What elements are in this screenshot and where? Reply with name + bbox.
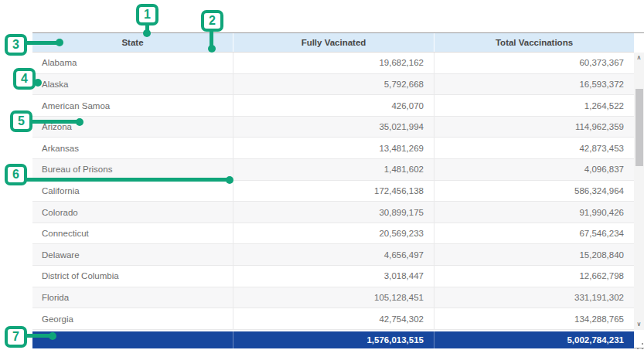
table-header-row: State Fully Vacinated Total Vaccinations (32, 33, 634, 53)
cell-total_vaccinations: 331,191,302 (434, 287, 634, 308)
cell-state: Colorado (32, 202, 233, 223)
cell-state: California (32, 181, 233, 202)
table-row[interactable]: District of Columbia3,018,44712,662,798 (32, 266, 634, 287)
callout-2-stem (210, 30, 213, 46)
table-row[interactable]: California172,456,138586,324,964 (32, 181, 634, 202)
table-row[interactable]: Connecticut20,569,23367,546,234 (32, 223, 634, 245)
cell-state: Alaska (32, 74, 233, 95)
cell-total_vaccinations: 15,208,840 (434, 244, 634, 265)
callout-7-stem (26, 334, 51, 338)
table-body-area: Alabama19,682,16260,373,367Alaska5,792,6… (32, 53, 644, 330)
cell-total_vaccinations: 4,096,837 (434, 159, 634, 180)
cell-total_vaccinations: 91,990,426 (434, 202, 634, 223)
scrollbar-thumb[interactable] (635, 89, 643, 166)
vertical-scrollbar[interactable]: ∧ ∨ (634, 53, 644, 330)
cell-state: Delaware (32, 244, 233, 265)
column-header-total-vaccinations[interactable]: Total Vaccinations (434, 33, 634, 52)
callout-5-dot (76, 118, 83, 126)
callout-2-dot (208, 45, 216, 53)
cell-fully_vaccinated: 4,656,497 (233, 244, 434, 265)
resize-grip[interactable] (637, 343, 643, 349)
callout-6-marker: 6 (5, 164, 27, 185)
table-row[interactable]: Georgia42,754,302134,288,765 (32, 308, 634, 330)
cell-fully_vaccinated: 42,754,302 (233, 308, 434, 329)
table-row[interactable]: Alaska5,792,66816,593,372 (32, 74, 634, 96)
cell-fully_vaccinated: 30,899,175 (233, 202, 434, 223)
app-window: State Fully Vacinated Total Vaccinations… (0, 0, 644, 350)
table-row[interactable]: Colorado30,899,17591,990,426 (32, 202, 634, 223)
table-row[interactable]: Alabama19,682,16260,373,367 (32, 53, 634, 74)
callout-1-label: 1 (144, 8, 151, 22)
column-header-fully-vaccinated[interactable]: Fully Vacinated (233, 33, 434, 52)
cell-total_vaccinations: 60,373,367 (434, 53, 634, 73)
table-row[interactable]: Delaware4,656,49715,208,840 (32, 244, 634, 266)
callout-6-stem (26, 178, 228, 182)
cell-fully_vaccinated: 3,018,447 (233, 266, 434, 287)
cell-total_vaccinations: 67,546,234 (434, 223, 634, 244)
callout-2-label: 2 (209, 14, 216, 28)
callout-7-label: 7 (12, 330, 19, 344)
vaccination-attribute-table: State Fully Vacinated Total Vaccinations… (32, 32, 644, 348)
cell-total_vaccinations: 114,962,359 (434, 117, 634, 138)
table-row[interactable]: American Samoa426,0701,264,522 (32, 95, 634, 117)
cell-fully_vaccinated: 20,569,233 (233, 223, 434, 244)
callout-5-stem (32, 120, 78, 124)
cell-state: Bureau of Prisons (32, 159, 233, 180)
callout-3-marker: 3 (5, 34, 27, 56)
cell-state: Connecticut (32, 223, 233, 244)
cell-fully_vaccinated: 105,128,451 (233, 287, 434, 308)
callout-3-dot (56, 39, 63, 46)
scroll-up-icon[interactable]: ∧ (634, 53, 644, 63)
cell-state: Arkansas (32, 138, 233, 158)
cell-state: Georgia (32, 308, 233, 329)
cell-fully_vaccinated: 19,682,162 (233, 53, 434, 73)
callout-3-label: 3 (12, 38, 19, 52)
callout-4-label: 4 (21, 72, 28, 86)
scrollbar-track[interactable] (634, 63, 644, 319)
cell-total_vaccinations: 1,264,522 (434, 95, 634, 116)
cell-fully_vaccinated: 13,481,269 (233, 138, 434, 158)
callout-2-marker: 2 (201, 10, 223, 32)
cell-fully_vaccinated: 426,070 (233, 95, 434, 116)
callout-1-dot (143, 29, 151, 37)
table-row[interactable]: Arizona35,021,994114,962,359 (32, 117, 634, 138)
callout-4-marker: 4 (13, 68, 36, 90)
callout-7-dot (49, 332, 56, 340)
totals-state-cell (32, 331, 233, 348)
callout-6-label: 6 (12, 168, 19, 182)
cell-fully_vaccinated: 35,021,994 (233, 117, 434, 138)
totals-total-vaccinations: 5,002,784,231 (434, 331, 634, 348)
totals-row: 1,576,013,515 5,002,784,231 (32, 331, 634, 348)
cell-total_vaccinations: 12,662,798 (434, 266, 634, 287)
cell-fully_vaccinated: 172,456,138 (233, 181, 434, 202)
callout-6-dot (226, 176, 233, 184)
cell-fully_vaccinated: 5,792,668 (233, 74, 434, 95)
scroll-down-icon[interactable]: ∨ (634, 319, 644, 330)
cell-total_vaccinations: 16,593,372 (434, 74, 634, 95)
callout-5-marker: 5 (10, 110, 32, 132)
cell-state: Alabama (32, 53, 233, 73)
cell-state: American Samoa (32, 95, 233, 116)
totals-fully-vaccinated: 1,576,013,515 (233, 331, 434, 348)
cell-state: Florida (32, 287, 233, 308)
callout-7-marker: 7 (5, 326, 27, 348)
cell-fully_vaccinated: 1,481,602 (233, 159, 434, 180)
callout-5-label: 5 (18, 114, 25, 128)
cell-total_vaccinations: 586,324,964 (434, 181, 634, 202)
table-body: Alabama19,682,16260,373,367Alaska5,792,6… (32, 53, 634, 330)
cell-total_vaccinations: 42,873,453 (434, 138, 634, 158)
cell-total_vaccinations: 134,288,765 (434, 308, 634, 329)
cell-state: District of Columbia (32, 266, 233, 287)
callout-1-marker: 1 (136, 4, 158, 25)
table-row[interactable]: Arkansas13,481,26942,873,453 (32, 138, 634, 159)
table-row[interactable]: Florida105,128,451331,191,302 (32, 287, 634, 309)
